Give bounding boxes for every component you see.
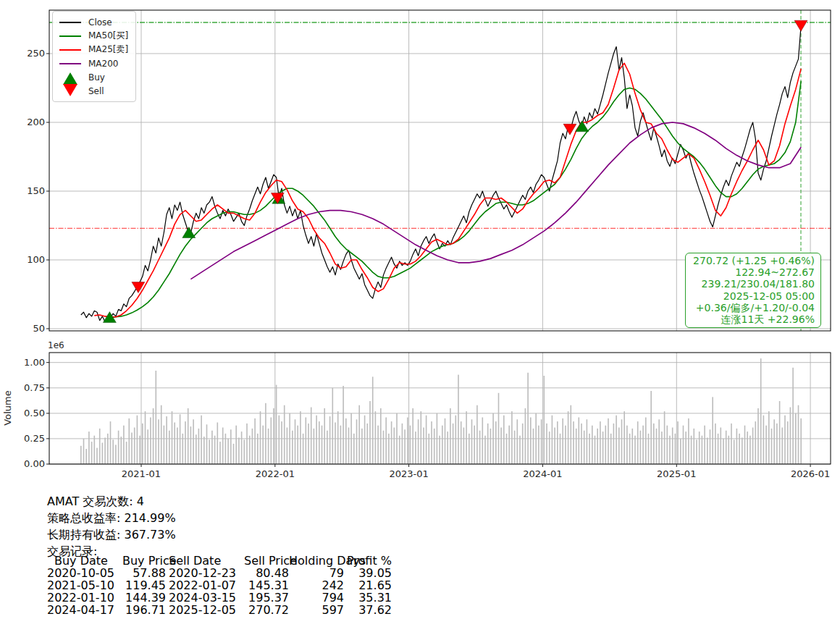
volume-bar: [180, 414, 181, 464]
volume-bar: [385, 418, 387, 465]
volume-bar: [672, 428, 673, 465]
legend-item-label: Sell: [88, 86, 104, 96]
volume-bar: [734, 439, 735, 464]
volume-bar: [479, 431, 481, 464]
volume-bar: [174, 423, 175, 465]
volume-bar: [340, 426, 342, 464]
volume-bar: [755, 421, 757, 464]
volume-bar: [715, 424, 716, 464]
volume-bar: [581, 424, 582, 464]
legend-line-sample: [59, 15, 82, 29]
volume-bar: [704, 426, 705, 464]
summary-strategy-return-line: 策略总收益率: 214.99%: [47, 510, 176, 526]
volume-bar: [329, 416, 331, 464]
volume-bar: [587, 419, 588, 464]
volume-bar: [541, 419, 542, 464]
volume-bar: [549, 431, 550, 464]
legend-item-ma50: MA50[买]: [59, 29, 128, 43]
volume-bar: [608, 418, 609, 464]
volume-bar: [490, 429, 492, 464]
volume-bar: [257, 434, 259, 464]
volume-bar: [629, 434, 631, 464]
volume-bar: [85, 449, 87, 464]
volume-bar: [765, 426, 767, 464]
volume-bar: [367, 424, 369, 464]
x-tick-label: 2026-01: [778, 469, 840, 479]
volume-bar: [303, 434, 304, 464]
volume-bar: [327, 431, 328, 464]
volume-bar: [476, 405, 478, 464]
trade-table-cell: 21.65: [344, 579, 392, 591]
volume-bar: [188, 408, 189, 464]
volume-bar: [747, 431, 748, 464]
figure: 501001502002500.000.250.500.751.002021-0…: [0, 0, 840, 619]
main-y-tick-label: 100: [0, 255, 45, 265]
volume-bar: [447, 431, 448, 464]
trade-table-cell: 2022-01-10: [47, 591, 122, 604]
volume-bar: [158, 419, 159, 464]
volume-bar: [196, 434, 197, 464]
volume-bar: [439, 436, 440, 464]
volume-bar: [661, 431, 663, 464]
trade-table-cell: 2024-04-17: [47, 604, 122, 616]
volume-bar: [112, 439, 114, 464]
volume-bar: [517, 419, 518, 464]
volume-bar: [306, 418, 307, 465]
trade-table-cell: 597: [289, 604, 344, 616]
volume-bar: [795, 413, 797, 464]
legend-item-label: Buy: [88, 72, 105, 83]
volume-bar: [610, 434, 612, 464]
volume-bar: [618, 428, 620, 465]
volume-bar: [757, 408, 759, 464]
volume-bar: [568, 411, 569, 464]
volume-bar: [506, 434, 508, 464]
volume-bar: [369, 401, 371, 464]
legend-item-label: MA50[买]: [88, 30, 128, 42]
trade-table-cell: 2022-01-07: [169, 579, 244, 591]
main-y-tick-label: 50: [0, 324, 45, 334]
volume-bar: [284, 405, 285, 464]
legend-line-sample: [59, 29, 82, 43]
volume-bar: [410, 426, 411, 464]
volume-bar: [721, 428, 722, 465]
volume-bar: [227, 439, 229, 464]
volume-bar: [423, 428, 424, 465]
volume-bar: [319, 421, 320, 464]
volume-bar: [415, 431, 416, 464]
trade-table-header: Sell Price: [244, 555, 289, 567]
legend-item-buy: Buy: [59, 70, 128, 84]
volume-bar: [402, 424, 403, 464]
volume-bar: [190, 426, 192, 464]
volume-bar: [271, 418, 272, 465]
volume-bar: [634, 436, 636, 464]
volume-offset-text: 1e6: [48, 340, 64, 350]
volume-bar: [203, 437, 205, 464]
volume-bar: [246, 424, 248, 464]
volume-bar: [388, 434, 390, 464]
legend-line-swatch: [59, 49, 81, 51]
trade-table-cell: 35.31: [344, 591, 392, 604]
volume-bar: [699, 431, 700, 464]
volume-bar: [91, 442, 93, 464]
volume-bar: [287, 428, 288, 465]
volume-bar: [377, 426, 379, 464]
volume-bar: [314, 429, 315, 464]
volume-bar: [683, 426, 684, 464]
volume-bar: [546, 424, 547, 464]
trade-table-row: 2020-10-0557.882020-12-2380.487939.05: [47, 567, 392, 579]
trade-table-cell: 2020-12-23: [169, 567, 244, 579]
volume-bar: [126, 442, 127, 464]
legend-item-ma200: MA200: [59, 56, 128, 70]
legend-line-swatch: [59, 22, 81, 23]
volume-bar: [361, 429, 363, 464]
sell-marker: [794, 20, 807, 31]
volume-bar: [356, 419, 358, 464]
trade-table-row: 2022-01-10144.392024-03-15195.3779435.31: [47, 591, 392, 604]
volume-bar: [115, 445, 117, 464]
main-y-tick-label: 250: [0, 49, 45, 59]
volume-bar: [169, 431, 170, 464]
volume-y-tick-label: 0.00: [0, 459, 45, 469]
volume-bar: [571, 405, 572, 464]
volume-bar: [752, 428, 754, 465]
volume-bar: [742, 438, 743, 465]
